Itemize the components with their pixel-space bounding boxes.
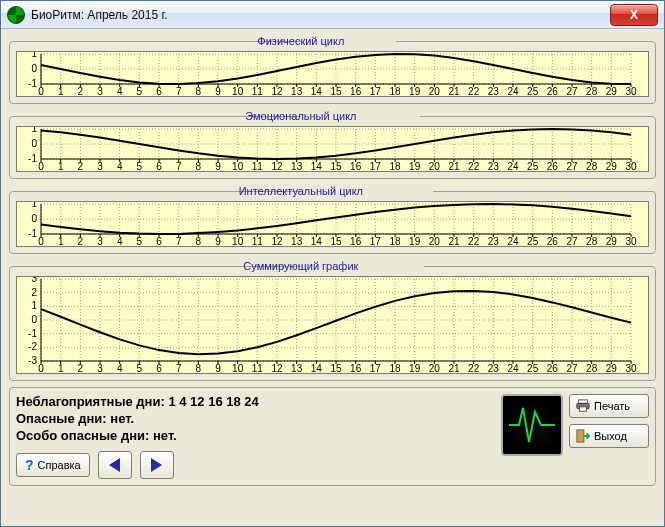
svg-text:3: 3 bbox=[31, 277, 37, 284]
svg-text:18: 18 bbox=[389, 236, 401, 246]
svg-text:11: 11 bbox=[252, 236, 264, 246]
svg-text:25: 25 bbox=[527, 363, 539, 373]
svg-text:11: 11 bbox=[252, 86, 264, 96]
svg-text:29: 29 bbox=[606, 161, 618, 171]
svg-text:0: 0 bbox=[31, 213, 37, 224]
svg-text:4: 4 bbox=[117, 363, 123, 373]
svg-text:-1: -1 bbox=[28, 153, 37, 164]
svg-text:9: 9 bbox=[215, 363, 221, 373]
svg-text:1: 1 bbox=[31, 52, 37, 59]
svg-text:1: 1 bbox=[58, 86, 64, 96]
svg-rect-412 bbox=[579, 400, 588, 404]
svg-text:16: 16 bbox=[350, 86, 362, 96]
svg-text:1: 1 bbox=[31, 202, 37, 209]
svg-text:28: 28 bbox=[586, 86, 598, 96]
bad-days-line: Неблагоприятные дни: 1 4 12 16 18 24 bbox=[16, 394, 495, 409]
bad-days-value: 1 4 12 16 18 24 bbox=[168, 394, 258, 409]
svg-text:16: 16 bbox=[350, 161, 362, 171]
svg-text:24: 24 bbox=[507, 86, 519, 96]
svg-text:18: 18 bbox=[389, 86, 401, 96]
svg-text:6: 6 bbox=[156, 363, 162, 373]
extra-danger-value: нет. bbox=[153, 428, 177, 443]
svg-text:10: 10 bbox=[232, 86, 244, 96]
svg-text:21: 21 bbox=[448, 236, 460, 246]
info-controls: ? Справка bbox=[16, 451, 495, 479]
svg-text:-1: -1 bbox=[28, 228, 37, 239]
svg-text:2: 2 bbox=[78, 86, 84, 96]
svg-text:-1: -1 bbox=[28, 78, 37, 89]
bottom-area: Неблагоприятные дни: 1 4 12 16 18 24 Опа… bbox=[9, 387, 656, 486]
svg-text:21: 21 bbox=[448, 363, 460, 373]
svg-text:4: 4 bbox=[117, 86, 123, 96]
svg-text:19: 19 bbox=[409, 161, 421, 171]
svg-text:15: 15 bbox=[330, 236, 342, 246]
svg-text:8: 8 bbox=[196, 236, 202, 246]
svg-text:30: 30 bbox=[625, 86, 637, 96]
next-button[interactable] bbox=[140, 451, 174, 479]
exit-button[interactable]: Выход bbox=[569, 424, 649, 448]
svg-text:13: 13 bbox=[291, 363, 303, 373]
svg-text:27: 27 bbox=[566, 161, 578, 171]
svg-text:16: 16 bbox=[350, 236, 362, 246]
svg-text:0: 0 bbox=[38, 363, 44, 373]
svg-text:24: 24 bbox=[507, 236, 519, 246]
svg-text:2: 2 bbox=[78, 236, 84, 246]
svg-text:14: 14 bbox=[311, 363, 323, 373]
svg-text:26: 26 bbox=[547, 161, 559, 171]
svg-text:23: 23 bbox=[488, 86, 500, 96]
svg-text:1: 1 bbox=[58, 236, 64, 246]
svg-text:27: 27 bbox=[566, 86, 578, 96]
close-button[interactable]: X bbox=[610, 4, 658, 26]
svg-text:11: 11 bbox=[252, 161, 264, 171]
svg-text:20: 20 bbox=[429, 363, 441, 373]
svg-text:0: 0 bbox=[31, 314, 37, 325]
svg-text:12: 12 bbox=[271, 236, 283, 246]
svg-text:8: 8 bbox=[196, 86, 202, 96]
svg-text:15: 15 bbox=[330, 161, 342, 171]
svg-text:13: 13 bbox=[291, 236, 303, 246]
help-button[interactable]: ? Справка bbox=[16, 453, 90, 477]
svg-text:-2: -2 bbox=[28, 341, 37, 352]
svg-text:19: 19 bbox=[409, 363, 421, 373]
svg-text:13: 13 bbox=[291, 86, 303, 96]
emotional-panel: Эмоциональный цикл -10101234567891011121… bbox=[9, 110, 656, 179]
svg-text:28: 28 bbox=[586, 161, 598, 171]
svg-text:27: 27 bbox=[566, 236, 578, 246]
svg-text:14: 14 bbox=[311, 161, 323, 171]
svg-text:3: 3 bbox=[97, 363, 103, 373]
svg-text:5: 5 bbox=[137, 86, 143, 96]
arrow-right-icon bbox=[151, 458, 162, 472]
svg-text:29: 29 bbox=[606, 363, 618, 373]
svg-text:10: 10 bbox=[232, 363, 244, 373]
bad-days-label: Неблагоприятные дни: bbox=[16, 394, 165, 409]
svg-text:1: 1 bbox=[31, 300, 37, 311]
extra-danger-label: Особо опасные дни: bbox=[16, 428, 149, 443]
intellect-panel: Интеллектуальный цикл -10101234567891011… bbox=[9, 185, 656, 254]
print-button[interactable]: Печать bbox=[569, 394, 649, 418]
svg-text:12: 12 bbox=[271, 363, 283, 373]
svg-text:25: 25 bbox=[527, 236, 539, 246]
arrow-left-icon bbox=[109, 458, 120, 472]
svg-text:-1: -1 bbox=[28, 328, 37, 339]
svg-text:0: 0 bbox=[31, 138, 37, 149]
danger-line: Опасные дни: нет. bbox=[16, 411, 495, 426]
prev-button[interactable] bbox=[98, 451, 132, 479]
svg-text:6: 6 bbox=[156, 86, 162, 96]
svg-text:25: 25 bbox=[527, 161, 539, 171]
danger-value: нет. bbox=[110, 411, 134, 426]
titlebar: БиоРитм: Апрель 2015 г. X bbox=[1, 1, 664, 29]
svg-text:0: 0 bbox=[38, 236, 44, 246]
svg-text:0: 0 bbox=[38, 161, 44, 171]
close-icon: X bbox=[630, 8, 638, 22]
summary-panel: Суммирующий график -3-2-1012301234567891… bbox=[9, 260, 656, 381]
svg-text:23: 23 bbox=[488, 161, 500, 171]
svg-text:28: 28 bbox=[586, 236, 598, 246]
svg-text:1: 1 bbox=[58, 161, 64, 171]
svg-text:10: 10 bbox=[232, 161, 244, 171]
svg-text:-3: -3 bbox=[28, 355, 37, 366]
svg-text:15: 15 bbox=[330, 86, 342, 96]
svg-rect-414 bbox=[580, 407, 587, 411]
question-icon: ? bbox=[25, 457, 34, 473]
summary-chart: -3-2-10123012345678910111213141516171819… bbox=[16, 276, 649, 374]
right-buttons: Печать Выход bbox=[569, 394, 649, 479]
